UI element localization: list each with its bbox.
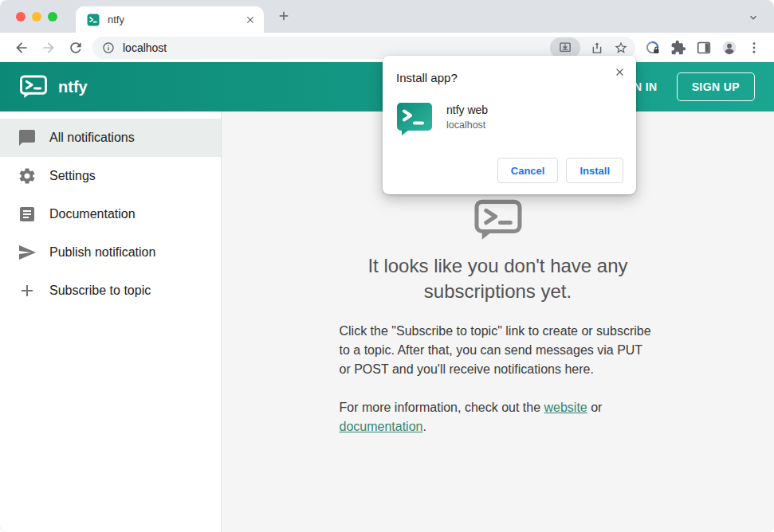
share-button[interactable] [590, 41, 604, 55]
share-icon [590, 41, 604, 55]
sidebar-item-subscribe-to-topic[interactable]: Subscribe to topic [0, 272, 221, 310]
password-manager-icon [645, 40, 661, 56]
chat-bubble-icon [18, 128, 37, 147]
site-info-icon[interactable] [102, 41, 115, 54]
password-manager-extension-button[interactable] [645, 40, 661, 56]
install-app-dialog: Install app? ntfy web localhost [383, 56, 636, 194]
sidebar-item-label: Documentation [49, 207, 136, 221]
dialog-app-row: ntfy web localhost [396, 103, 623, 136]
back-button[interactable] [14, 40, 29, 56]
sidebar-item-label: Publish notification [49, 245, 155, 260]
dialog-app-origin: localhost [446, 119, 488, 131]
close-window-button[interactable] [16, 12, 26, 22]
article-icon [18, 205, 37, 224]
sidebar-item-all-notifications[interactable]: All notifications [0, 119, 221, 157]
ntfy-empty-state-icon [473, 199, 523, 242]
browser-menu-button[interactable] [747, 41, 761, 55]
more-info-suffix: . [422, 420, 426, 433]
minimize-window-button[interactable] [32, 12, 41, 22]
more-info-prefix: For more information, check out the [340, 401, 544, 414]
empty-state-text: Click the "Subscribe to topic" link to c… [340, 322, 657, 436]
sign-up-button[interactable]: SIGN UP [677, 72, 755, 101]
dialog-actions: Cancel Install [497, 158, 623, 183]
zoom-window-button[interactable] [48, 12, 57, 22]
url-text[interactable]: localhost [123, 41, 550, 54]
plus-icon [18, 281, 37, 300]
tab-close-icon[interactable] [245, 14, 256, 25]
avatar-icon [721, 40, 737, 56]
star-icon [614, 41, 628, 55]
tab-title: ntfy [108, 14, 245, 25]
sidebar-item-label: All notifications [49, 131, 135, 145]
sidebar-item-settings[interactable]: Settings [0, 157, 221, 195]
sidebar-item-documentation[interactable]: Documentation [0, 195, 221, 233]
browser-tab[interactable]: ntfy [76, 6, 264, 33]
browser-window: ntfy localhost [0, 0, 774, 532]
forward-button[interactable] [41, 40, 57, 56]
sidebar: All notifications Settings Documentation… [0, 111, 222, 532]
ntfy-logo-icon [19, 75, 48, 100]
macos-traffic-lights [16, 12, 57, 22]
sidebar-item-label: Settings [49, 169, 96, 183]
three-dots-icon [747, 41, 761, 55]
website-link[interactable]: website [544, 401, 587, 414]
puzzle-icon [670, 40, 686, 56]
reload-button[interactable] [68, 40, 84, 56]
more-info-paragraph: For more information, check out the webs… [340, 398, 657, 436]
empty-state-heading: It looks like you don't have any subscri… [311, 253, 686, 304]
send-icon [18, 243, 37, 262]
new-tab-button[interactable] [277, 9, 291, 23]
ntfy-app-icon [396, 103, 433, 136]
tab-strip: ntfy [0, 0, 774, 33]
side-panel-button[interactable] [696, 40, 712, 56]
install-button[interactable]: Install [566, 158, 623, 183]
sidebar-item-label: Subscribe to topic [49, 284, 151, 298]
dialog-app-info: ntfy web localhost [446, 103, 488, 131]
cancel-button[interactable]: Cancel [497, 158, 559, 183]
gear-icon [18, 166, 37, 186]
dialog-title: Install app? [396, 71, 623, 84]
side-panel-icon [696, 40, 712, 56]
more-info-middle: or [587, 401, 603, 414]
install-app-button[interactable] [550, 37, 580, 58]
dialog-app-name: ntfy web [446, 104, 488, 116]
extensions-button[interactable] [670, 40, 686, 56]
app-title: ntfy [58, 78, 88, 96]
ntfy-favicon-icon [87, 14, 100, 26]
dialog-close-icon[interactable] [614, 66, 626, 78]
tab-search-chevron-icon[interactable] [747, 11, 760, 24]
instructions-paragraph: Click the "Subscribe to topic" link to c… [340, 322, 657, 379]
documentation-link[interactable]: documentation [340, 420, 423, 433]
install-app-icon [558, 41, 572, 55]
sidebar-item-publish-notification[interactable]: Publish notification [0, 233, 221, 272]
bookmark-star-button[interactable] [614, 41, 628, 55]
profile-button[interactable] [721, 40, 737, 56]
